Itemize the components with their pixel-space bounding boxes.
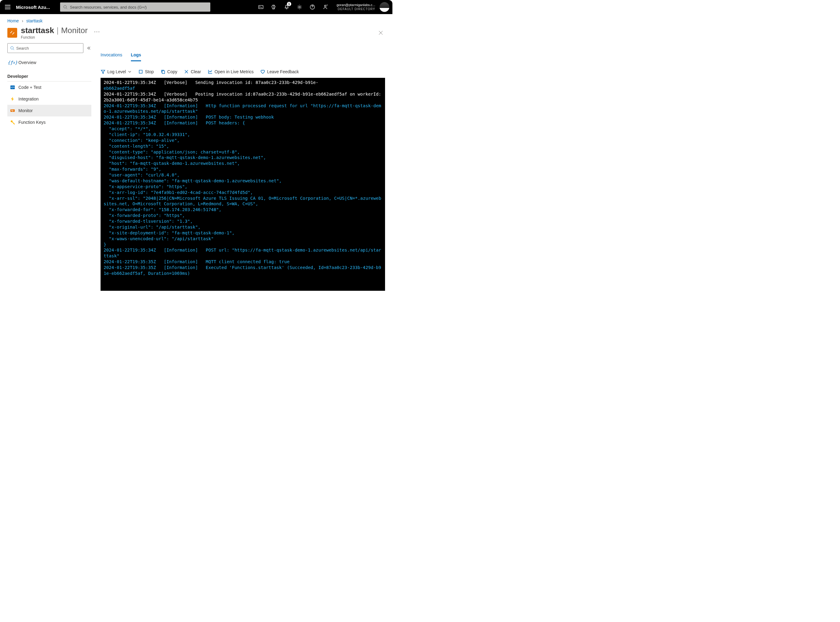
- more-icon[interactable]: ⋯: [94, 28, 101, 35]
- sidebar: Search {ƒx} Overview Developer Code + Te…: [0, 42, 95, 291]
- collapse-icon[interactable]: [86, 45, 92, 51]
- log-line: "content-type": "application/json; chars…: [104, 149, 240, 154]
- svg-line-1: [66, 8, 67, 9]
- log-line: "x-forwarded-for": "158.174.203.246:5174…: [104, 207, 221, 212]
- account-info[interactable]: goran@ptarmiganlabs.c... DEFAULT DIRECTO…: [337, 3, 375, 11]
- top-bar: Microsoft Azu... Search resources, servi…: [0, 0, 393, 14]
- notifications-icon[interactable]: 1: [280, 0, 293, 14]
- sidebar-item-keys[interactable]: Function Keys: [8, 116, 92, 128]
- svg-point-6: [10, 32, 11, 33]
- svg-point-10: [11, 47, 14, 49]
- stop-icon: [138, 69, 143, 74]
- page-title: starttask: [21, 26, 54, 35]
- log-line: 2024-01-22T19:35:34Z [Verbose] Posting i…: [104, 91, 381, 102]
- log-console[interactable]: 2024-01-22T19:35:34Z [Verbose] Sending i…: [101, 78, 385, 291]
- svg-point-5: [324, 5, 326, 7]
- function-icon: [8, 28, 17, 38]
- breadcrumb: Home › starttask: [0, 14, 393, 24]
- notification-badge: 1: [287, 2, 291, 6]
- code-icon: [10, 85, 15, 90]
- sidebar-item-label: Integration: [18, 96, 39, 101]
- overview-icon: {ƒx}: [10, 60, 15, 65]
- log-line: "client-ip": "10.0.32.4:39331",: [104, 132, 190, 137]
- log-level-button[interactable]: Log Level: [101, 69, 131, 74]
- sidebar-item-label: Monitor: [18, 108, 33, 113]
- help-icon[interactable]: [306, 0, 319, 14]
- svg-line-11: [13, 49, 14, 50]
- log-line: }: [104, 242, 106, 247]
- log-line: "content-length": "15",: [104, 144, 169, 149]
- page-header: starttask | Monitor Function ⋯: [0, 24, 393, 42]
- breadcrumb-home[interactable]: Home: [8, 18, 19, 23]
- settings-icon[interactable]: [293, 0, 306, 14]
- page-section: Monitor: [61, 26, 88, 35]
- log-line: "x-arr-ssl": "2048|256|CN=Microsoft Azur…: [104, 196, 381, 206]
- log-line: "connection": "keep-alive",: [104, 138, 180, 143]
- sidebar-item-label: Code + Test: [18, 85, 41, 90]
- sidebar-item-label: Function Keys: [18, 120, 46, 125]
- feedback-icon[interactable]: [319, 0, 332, 14]
- log-line: 2024-01-22T19:35:34Z [Verbose] Sending i…: [104, 80, 318, 85]
- log-line: "was-default-hostname": "fa-mqtt-qstask-…: [104, 178, 282, 183]
- live-metrics-button[interactable]: Open in Live Metrics: [208, 69, 254, 74]
- search-icon: [63, 5, 67, 9]
- clear-button[interactable]: Clear: [184, 69, 201, 74]
- account-email: goran@ptarmiganlabs.c...: [337, 3, 375, 7]
- sidebar-item-overview[interactable]: {ƒx} Overview: [8, 57, 92, 68]
- log-line: 2024-01-22T19:35:34Z [Information] POST …: [104, 120, 245, 125]
- svg-rect-15: [139, 70, 142, 73]
- copy-icon: [160, 69, 165, 74]
- account-directory: DEFAULT DIRECTORY: [338, 8, 375, 11]
- avatar[interactable]: [380, 2, 389, 12]
- log-line: 2024-01-22T19:35:34Z [Information] POST …: [104, 114, 274, 119]
- key-icon: [10, 120, 15, 125]
- log-line: "accept": "*/*",: [104, 126, 151, 131]
- log-line: eb662aedf5af: [104, 86, 135, 91]
- sidebar-item-code[interactable]: Code + Test: [8, 81, 92, 93]
- log-line: "x-forwarded-tlsversion": "1.3",: [104, 219, 192, 224]
- tabs: Invocations Logs: [101, 42, 393, 61]
- chevron-right-icon: ›: [22, 18, 23, 23]
- close-icon[interactable]: [376, 29, 385, 37]
- lightning-icon: [10, 96, 15, 101]
- copilot-icon[interactable]: [267, 0, 280, 14]
- tab-logs[interactable]: Logs: [131, 52, 141, 61]
- sidebar-item-monitor[interactable]: Monitor: [8, 105, 92, 116]
- cloud-shell-icon[interactable]: [255, 0, 267, 14]
- log-line: "max-forwards": "9",: [104, 167, 161, 172]
- brand-label[interactable]: Microsoft Azu...: [16, 5, 53, 10]
- sidebar-search-input[interactable]: Search: [8, 43, 83, 53]
- global-search-input[interactable]: Search resources, services, and docs (G+…: [60, 3, 210, 12]
- tab-invocations[interactable]: Invocations: [101, 52, 122, 61]
- svg-rect-16: [162, 71, 165, 73]
- log-line: 2024-01-22T19:35:35Z [Information] MQTT …: [104, 259, 289, 264]
- log-line: "x-appservice-proto": "https",: [104, 184, 187, 189]
- chevron-down-icon: [128, 70, 131, 73]
- svg-point-0: [64, 6, 67, 8]
- log-line: "x-site-deployment-id": "fa-mqtt-qstask-…: [104, 230, 235, 235]
- log-line: "x-waws-unencoded-url": "/api/starttask": [104, 236, 214, 241]
- log-line: "x-original-url": "/api/starttask",: [104, 225, 200, 230]
- stop-button[interactable]: Stop: [138, 69, 154, 74]
- log-line: "user-agent": "curl/8.4.0",: [104, 172, 180, 177]
- log-line: "x-forwarded-proto": "https",: [104, 213, 185, 218]
- svg-point-3: [299, 6, 300, 8]
- menu-icon[interactable]: [5, 4, 12, 11]
- log-line: "x-arr-log-id": "7e4fa9b1-ed02-4cad-accc…: [104, 190, 253, 195]
- feedback-button[interactable]: Leave Feedback: [260, 69, 299, 74]
- log-line: 2024-01-22T19:35:34Z [Information] POST …: [104, 248, 381, 258]
- search-placeholder: Search resources, services, and docs (G+…: [70, 5, 147, 9]
- log-toolbar: Log Level Stop Copy Clear Open in: [101, 61, 393, 78]
- breadcrumb-current[interactable]: starttask: [26, 18, 43, 23]
- svg-rect-2: [259, 6, 263, 9]
- copy-button[interactable]: Copy: [160, 69, 177, 74]
- log-line: 2024-01-22T19:35:34Z [Information] Http …: [104, 103, 381, 114]
- filter-icon: [101, 69, 105, 74]
- log-line: "host": "fa-mqtt-qstask-demo-1.azurewebs…: [104, 161, 240, 166]
- sidebar-section-developer: Developer: [8, 74, 92, 79]
- sidebar-item-label: Overview: [18, 60, 36, 65]
- sidebar-item-integration[interactable]: Integration: [8, 93, 92, 105]
- heart-icon: [260, 69, 265, 74]
- log-line: 2024-01-22T19:35:35Z [Information] Execu…: [104, 265, 381, 276]
- search-icon: [10, 46, 14, 50]
